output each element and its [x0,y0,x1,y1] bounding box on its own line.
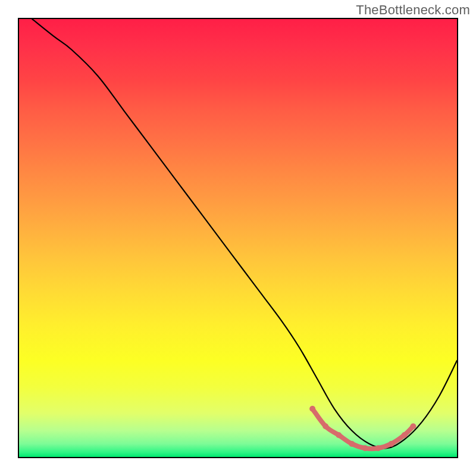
trough-dot [375,445,381,451]
chart-container: TheBottleneck.com [0,0,476,476]
main-curve [32,19,457,449]
plot-area [18,18,458,458]
trough-dot [362,445,368,451]
trough-dots [309,406,416,451]
trough-dot [402,432,408,438]
trough-dot [410,423,416,429]
curve-layer [19,19,457,457]
trough-dot [389,441,394,447]
watermark-text: TheBottleneck.com [356,2,470,18]
trough-dot [336,432,342,438]
trough-highlight [312,409,413,449]
trough-dot [349,441,355,447]
trough-dot [309,406,315,412]
trough-dot [322,423,328,429]
